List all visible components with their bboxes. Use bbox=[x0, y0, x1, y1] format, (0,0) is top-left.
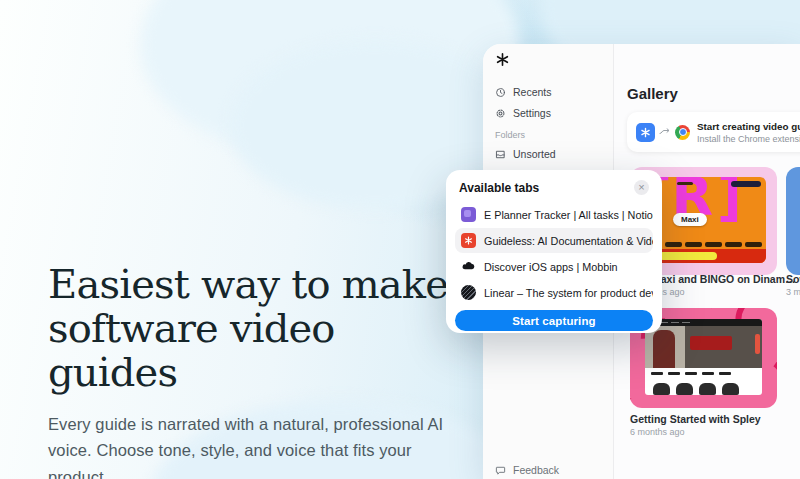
close-icon[interactable]: × bbox=[634, 180, 649, 195]
banner-icons bbox=[636, 123, 690, 142]
popup-title: Available tabs bbox=[459, 181, 539, 195]
thumbnail-detail bbox=[653, 330, 675, 368]
chrome-extension-banner[interactable]: Start creating video guides in minutes I… bbox=[627, 112, 800, 152]
tab-label: Guideless: AI Documentation & Video Guid… bbox=[484, 235, 653, 247]
tab-item-guideless[interactable]: Guideless: AI Documentation & Video Guid… bbox=[455, 228, 653, 253]
sidebar-item-unsorted[interactable]: Unsorted bbox=[493, 145, 603, 163]
inbox-icon bbox=[495, 149, 506, 160]
clock-icon bbox=[495, 87, 506, 98]
thumbnail-detail bbox=[731, 181, 761, 187]
link-arrow-icon bbox=[659, 128, 671, 136]
subtitle-line-2: voice. Choose tone, style, and voice tha… bbox=[48, 441, 412, 479]
thumbnail-navbar bbox=[645, 242, 762, 247]
thumbnail-hero bbox=[645, 326, 762, 368]
sidebar-item-label: Settings bbox=[513, 107, 551, 119]
card-caption[interactable]: Sow bbox=[786, 273, 800, 285]
asterisk-logo-icon bbox=[495, 52, 510, 67]
subtitle-line-1: Every guide is narrated with a natural, … bbox=[48, 415, 443, 433]
title-line-2: software video guides bbox=[48, 305, 335, 395]
thumbnail-navbar bbox=[645, 319, 762, 326]
banner-subtitle: Install the Chrome extension to capture … bbox=[697, 134, 800, 144]
folders-section-label: Folders bbox=[495, 130, 603, 140]
gallery-card-right[interactable] bbox=[786, 167, 800, 275]
mobbin-favicon-icon bbox=[461, 259, 476, 274]
card-timestamp: 3 months ago bbox=[786, 287, 800, 297]
guideless-asterisk-icon bbox=[636, 123, 655, 142]
landing-page: Easiest way to make software video guide… bbox=[0, 0, 800, 479]
tab-label: Linear – The system for product developm… bbox=[484, 287, 653, 299]
thumbnail-product-row bbox=[645, 379, 762, 395]
sidebar-item-recents[interactable]: Recents bbox=[493, 83, 603, 101]
available-tabs-popup: Available tabs × E Planner Tracker | All… bbox=[446, 170, 662, 333]
guideless-favicon-icon bbox=[461, 233, 476, 248]
thumbnail-logo-row bbox=[645, 368, 762, 379]
page-title: Easiest way to make software video guide… bbox=[48, 262, 468, 394]
sidebar-item-feedback[interactable]: Feedback bbox=[493, 461, 561, 479]
sidebar-item-label: Recents bbox=[513, 86, 552, 98]
hero-section: Easiest way to make software video guide… bbox=[48, 262, 468, 479]
banner-title: Start creating video guides in minutes bbox=[697, 121, 800, 132]
title-line-1: Easiest way to make bbox=[48, 261, 448, 307]
card-caption[interactable]: Maxi and BINGO on Dinam… bbox=[652, 273, 796, 285]
video-thumbnail bbox=[645, 319, 762, 395]
linear-favicon-icon bbox=[461, 285, 476, 300]
hero-subtitle: Every guide is narrated with a natural, … bbox=[48, 411, 468, 479]
card-caption[interactable]: Getting Started with Spley bbox=[630, 413, 761, 425]
eplanner-favicon-icon bbox=[461, 207, 476, 222]
tab-item-eplanner[interactable]: E Planner Tracker | All tasks | Notion bbox=[455, 202, 653, 227]
start-capturing-button[interactable]: Start capturing bbox=[455, 310, 653, 331]
chat-icon bbox=[495, 465, 506, 476]
tab-item-mobbin[interactable]: Discover iOS apps | Mobbin bbox=[455, 254, 653, 279]
sidebar-item-label: Unsorted bbox=[513, 148, 556, 160]
tab-label: E Planner Tracker | All tasks | Notion bbox=[484, 209, 653, 221]
sidebar-item-settings[interactable]: Settings bbox=[493, 104, 603, 122]
gear-icon bbox=[495, 108, 506, 119]
thumbnail-highlight-pill bbox=[659, 252, 717, 260]
card-timestamp: 6 months ago bbox=[630, 427, 685, 437]
sidebar-item-label: Feedback bbox=[513, 464, 559, 476]
chrome-icon bbox=[675, 125, 690, 140]
banner-text: Start creating video guides in minutes I… bbox=[697, 121, 800, 144]
tab-item-linear[interactable]: Linear – The system for product developm… bbox=[455, 280, 653, 305]
thumbnail-detail bbox=[690, 336, 732, 350]
maxi-label: Maxi bbox=[673, 213, 707, 226]
tab-label: Discover iOS apps | Mobbin bbox=[484, 261, 618, 273]
thumbnail-detail bbox=[755, 334, 760, 354]
thumbnail-detail bbox=[677, 182, 693, 185]
gallery-heading: Gallery bbox=[627, 85, 678, 102]
popup-header: Available tabs × bbox=[455, 180, 653, 202]
